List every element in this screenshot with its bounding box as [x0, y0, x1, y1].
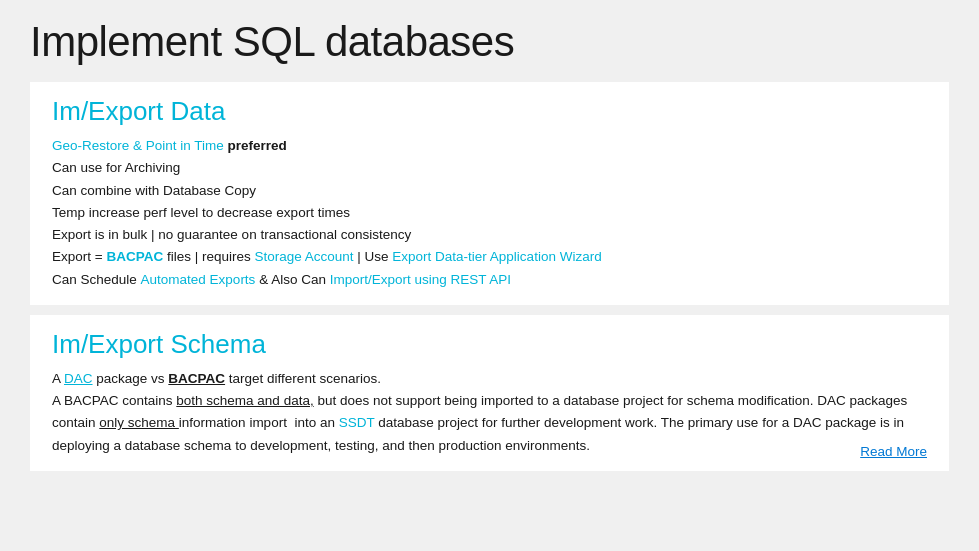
text-bacpac-bold: BACPAC — [168, 371, 225, 386]
list-item: Temp increase perf level to decrease exp… — [52, 202, 927, 224]
import-export-data-section: Im/Export Data Geo-Restore & Point in Ti… — [30, 82, 949, 305]
text-both-schema: both schema and data, — [176, 393, 313, 408]
list-item: Can Schedule Automated Exports & Also Ca… — [52, 269, 927, 291]
list-item: Geo-Restore & Point in Time preferred — [52, 135, 927, 157]
text-dac: DAC — [64, 371, 93, 386]
text-rest-api: Import/Export using REST API — [330, 269, 511, 291]
section1-title: Im/Export Data — [52, 96, 927, 127]
text-also-can: & Also Can — [255, 269, 329, 291]
text-automated-exports: Automated Exports — [141, 269, 256, 291]
text-export-wizard: Export Data-tier Application Wizard — [392, 246, 601, 268]
text-bacpac-label: BACPAC — [106, 246, 163, 268]
text-only-schema: only schema — [99, 415, 179, 430]
import-export-schema-section: Im/Export Schema A DAC package vs BACPAC… — [30, 315, 949, 471]
section1-list: Geo-Restore & Point in Time preferred Ca… — [52, 135, 927, 291]
text-target-different: target different scenarios. — [225, 371, 381, 386]
text-archiving: Can use for Archiving — [52, 157, 180, 179]
section2-title: Im/Export Schema — [52, 329, 927, 360]
text-ssdt: SSDT — [339, 415, 375, 430]
text-perf-level: Temp increase perf level to decrease exp… — [52, 202, 350, 224]
text-database-copy: Can combine with Database Copy — [52, 180, 256, 202]
text-preferred: preferred — [228, 135, 287, 157]
text-storage-account: Storage Account — [254, 246, 353, 268]
text-a: A — [52, 371, 64, 386]
read-more-link[interactable]: Read More — [860, 444, 927, 459]
list-item: Can use for Archiving — [52, 157, 927, 179]
list-item: Export is in bulk | no guarantee on tran… — [52, 224, 927, 246]
text-a-bacpac: A BACPAC contains — [52, 393, 176, 408]
text-can-schedule: Can Schedule — [52, 269, 141, 291]
schema-para1: A DAC package vs BACPAC target different… — [52, 368, 927, 390]
text-geo-restore: Geo-Restore & Point in Time — [52, 135, 228, 157]
list-item: Can combine with Database Copy — [52, 180, 927, 202]
list-item: Export = BACPAC files | requires Storage… — [52, 246, 927, 268]
page: Implement SQL databases Im/Export Data G… — [0, 0, 979, 551]
text-use: | Use — [354, 246, 393, 268]
text-files-requires: files | requires — [163, 246, 254, 268]
main-title: Implement SQL databases — [30, 18, 949, 66]
text-info-import: information import into an — [179, 415, 339, 430]
text-export-bulk: Export is in bulk | no guarantee on tran… — [52, 224, 411, 246]
schema-para2: A BACPAC contains both schema and data, … — [52, 390, 927, 457]
text-export-equals: Export = — [52, 246, 106, 268]
text-package-vs: package vs — [93, 371, 169, 386]
